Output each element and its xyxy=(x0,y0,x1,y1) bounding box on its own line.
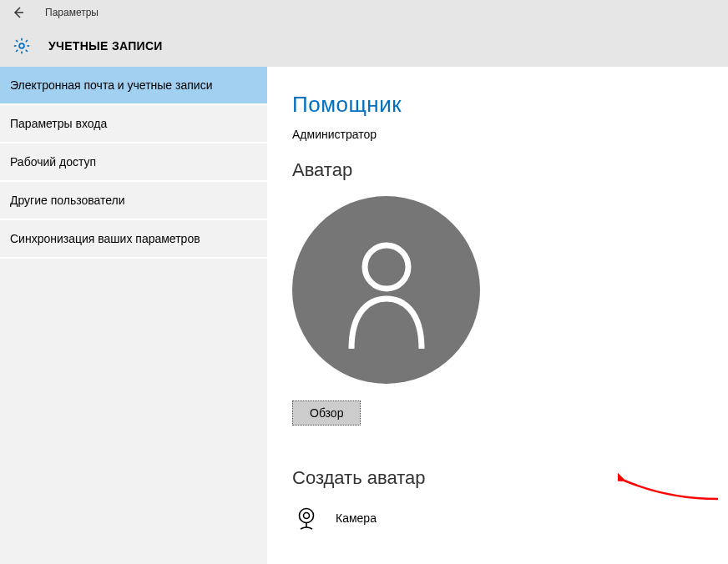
sidebar-item-email-accounts[interactable]: Электронная почта и учетные записи xyxy=(0,67,267,105)
sidebar-item-label: Синхронизация ваших параметров xyxy=(10,232,200,245)
avatar-section-title: Аватар xyxy=(292,159,703,181)
svg-point-10 xyxy=(365,245,408,289)
header: УЧЕТНЫЕ ЗАПИСИ xyxy=(0,25,728,67)
gear-icon xyxy=(12,36,32,56)
sidebar-item-label: Другие пользователи xyxy=(10,194,125,207)
svg-line-9 xyxy=(26,40,28,42)
svg-point-1 xyxy=(19,43,24,48)
arrow-left-icon xyxy=(12,6,25,19)
browse-button[interactable]: Обзор xyxy=(292,400,361,426)
sidebar-item-label: Электронная почта и учетные записи xyxy=(10,78,212,92)
svg-line-8 xyxy=(16,49,18,51)
sidebar-item-signin-options[interactable]: Параметры входа xyxy=(0,105,267,144)
back-button[interactable] xyxy=(8,6,28,19)
sidebar-item-other-users[interactable]: Другие пользователи xyxy=(0,182,267,220)
svg-line-6 xyxy=(16,40,18,42)
camera-icon xyxy=(292,506,321,531)
account-role: Администратор xyxy=(292,128,703,141)
svg-point-12 xyxy=(304,513,310,519)
window-title: Параметры xyxy=(45,7,99,18)
sidebar-item-sync-settings[interactable]: Синхронизация ваших параметров xyxy=(0,220,267,259)
account-username: Помощник xyxy=(292,92,703,118)
avatar xyxy=(292,196,480,384)
create-avatar-section-title: Создать аватар xyxy=(292,467,703,489)
titlebar: Параметры xyxy=(0,0,728,25)
main-panel: Помощник Администратор Аватар Обзор Созд… xyxy=(267,67,728,564)
person-icon xyxy=(336,232,437,349)
sidebar-item-work-access[interactable]: Рабочий доступ xyxy=(0,144,267,182)
svg-point-11 xyxy=(300,509,314,523)
svg-line-7 xyxy=(26,49,28,51)
avatar-container xyxy=(292,196,703,384)
sidebar: Электронная почта и учетные записи Парам… xyxy=(0,67,267,564)
camera-option[interactable]: Камера xyxy=(292,506,703,531)
sidebar-item-label: Рабочий доступ xyxy=(10,155,96,169)
browse-button-label: Обзор xyxy=(310,406,343,420)
camera-label: Камера xyxy=(336,511,377,525)
sidebar-item-label: Параметры входа xyxy=(10,117,107,130)
page-title: УЧЕТНЫЕ ЗАПИСИ xyxy=(48,39,163,53)
